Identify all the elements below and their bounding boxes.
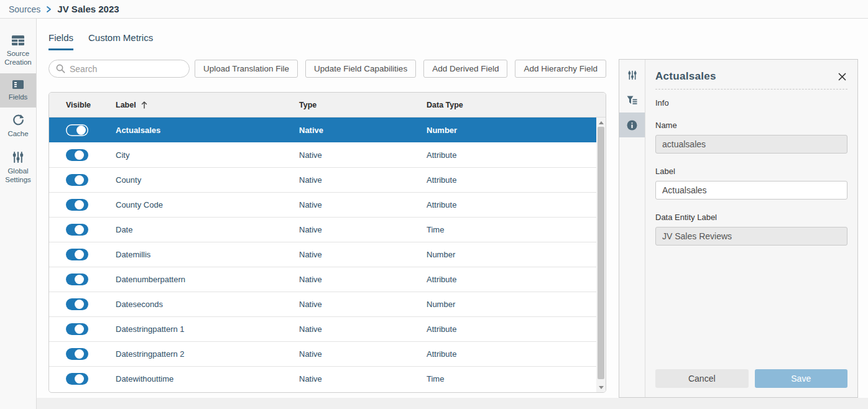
panel-detail: Actualsales Info Name Label Data Entity … [645,60,857,397]
column-header-label[interactable]: Label [116,101,299,109]
field-data-type-cell: Time [427,374,606,384]
visible-toggle[interactable] [66,323,88,335]
filter-icon[interactable] [619,88,645,113]
fields-table: Visible Label Type Data Type Actualsales [48,92,606,393]
scroll-down-arrow-icon[interactable] [596,384,606,392]
label-field-label: Label [655,167,847,176]
sidebar-item-global-settings[interactable]: Global Settings [0,145,36,191]
scrollbar-thumb[interactable] [598,127,604,379]
toolbar-button[interactable]: Update Field Capabilities [305,60,416,78]
breadcrumb-chevron-icon [46,6,52,12]
field-label-cell: Date [116,225,299,234]
visible-toggle[interactable] [66,273,88,285]
table-row[interactable]: Date Native Time [49,217,606,242]
tab-bar: Fields Custom Metrics [48,32,153,50]
visible-toggle[interactable] [66,373,88,385]
cancel-button[interactable]: Cancel [655,369,749,388]
field-label-cell: Dateseconds [116,300,299,309]
toolbar: Upload Translation File Update Field Cap… [48,60,606,78]
field-detail-panel: Actualsales Info Name Label Data Entity … [619,59,858,398]
sidebar-item-fields[interactable]: Fields [0,73,36,108]
toolbar-buttons: Upload Translation File Update Field Cap… [195,60,606,78]
content-area: Fields Custom Metrics Upload Translation… [37,19,868,398]
tab-custom-metrics[interactable]: Custom Metrics [88,32,153,50]
panel-header: Actualsales [655,60,847,90]
column-header-data-type[interactable]: Data Type [427,101,606,109]
field-data-type-cell: Attribute [427,275,606,284]
sidebar-item-label: Global Settings [1,167,35,185]
field-type-cell: Native [299,275,427,284]
label-field[interactable] [655,181,847,200]
field-data-type-cell: Attribute [427,324,606,334]
table-row[interactable]: City Native Attribute [49,142,606,167]
visible-toggle[interactable] [66,348,88,360]
table-row[interactable]: County Code Native Attribute [49,192,606,217]
info-icon[interactable] [619,113,645,137]
search-input[interactable] [48,60,190,78]
table-row[interactable]: Actualsales Native Number [49,117,606,142]
field-data-type-cell: Attribute [427,349,606,359]
field-label-cell: County Code [116,200,299,209]
fields-list-icon [12,80,24,90]
sidebar-item-label: Fields [9,93,28,101]
name-field [655,135,847,154]
visible-toggle[interactable] [66,149,88,161]
sort-ascending-icon [141,101,148,109]
field-data-type-cell: Attribute [427,200,606,209]
table-row[interactable]: Dateseconds Native Number [49,292,606,316]
field-label-cell: City [116,150,299,160]
column-header-visible[interactable]: Visible [49,101,116,109]
table-scrollbar[interactable] [596,117,606,393]
sliders-icon[interactable] [619,63,645,88]
sidebar-item-source-creation[interactable]: Source Creation [0,29,36,73]
toolbar-button[interactable]: Add Hierarchy Field [515,60,606,78]
name-field-label: Name [655,121,847,130]
breadcrumb-sources-link[interactable]: Sources [9,4,40,14]
visible-toggle[interactable] [66,174,88,186]
field-data-type-cell: Attribute [427,175,606,185]
field-type-cell: Native [299,250,427,259]
visible-toggle[interactable] [66,298,88,310]
table-header: Visible Label Type Data Type [49,93,606,117]
tab-fields[interactable]: Fields [48,32,73,50]
data-entity-label-field [655,227,847,246]
field-label-cell: County [116,175,299,185]
save-button[interactable]: Save [755,369,848,388]
toolbar-button[interactable]: Upload Translation File [195,60,298,78]
table-row[interactable]: County Native Attribute [49,167,606,192]
table-row[interactable]: Datewithouttime Native Time [49,366,606,391]
panel-rail [619,60,645,397]
sidebar-item-cache[interactable]: Cache [0,108,36,144]
sidebar-item-label: Source Creation [1,49,35,67]
visible-toggle[interactable] [66,224,88,236]
table-row[interactable]: Datenumberpattern Native Attribute [49,267,606,292]
visible-toggle[interactable] [66,124,88,136]
table-row[interactable]: Datestringpattern 1 Native Attribute [49,316,606,341]
field-type-cell: Native [299,175,427,185]
table-row[interactable]: Datemillis Native Number [49,242,606,267]
visible-toggle[interactable] [66,249,88,260]
field-type-cell: Native [299,374,427,384]
field-type-cell: Native [299,225,427,234]
field-data-type-cell: Number [427,126,606,135]
sidebar-item-label: Cache [7,129,28,138]
field-label-cell: Datestringpattern 1 [116,324,299,334]
close-icon[interactable] [837,71,847,82]
field-data-type-cell: Attribute [427,150,606,160]
column-header-type[interactable]: Type [299,101,427,109]
field-type-cell: Native [299,200,427,209]
table-body: Actualsales Native Number City Native At… [49,117,606,393]
field-type-cell: Native [299,349,427,359]
field-type-cell: Native [299,150,427,160]
field-data-type-cell: Number [427,300,606,309]
field-type-cell: Native [299,300,427,309]
field-label-cell: Datewithouttime [116,374,299,384]
toolbar-button[interactable]: Add Derived Field [423,60,507,78]
field-label-cell: Datestringpattern 2 [116,349,299,359]
visible-toggle[interactable] [66,199,88,211]
scroll-up-arrow-icon[interactable] [596,119,606,127]
data-entity-label-field-label: Data Entity Label [655,213,847,222]
sliders-icon [12,151,24,163]
table-row[interactable]: Datestringpattern 2 Native Attribute [49,341,606,366]
field-data-type-cell: Number [427,250,606,259]
